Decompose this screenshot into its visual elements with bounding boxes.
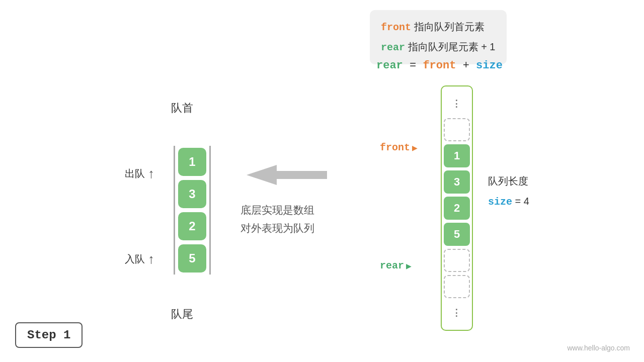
size-line: size = 4 bbox=[488, 191, 529, 212]
front-pointer-label: front ▶ bbox=[380, 142, 418, 153]
array-cell-val-5: 5 bbox=[444, 223, 470, 246]
legend-front-keyword: front bbox=[381, 22, 411, 33]
front-arrow: ▶ bbox=[412, 142, 418, 153]
enqueue-arrow: ↑ bbox=[148, 251, 154, 267]
middle-text-line2: 对外表现为队列 bbox=[240, 219, 314, 237]
array-cell-empty-rear bbox=[444, 249, 470, 272]
legend-rear-keyword: rear bbox=[381, 42, 405, 53]
front-keyword: front bbox=[380, 142, 410, 153]
array-cell-val-3: 3 bbox=[444, 170, 470, 194]
array-cell-empty-bottom bbox=[444, 275, 470, 298]
right-info: 队列长度 size = 4 bbox=[488, 171, 529, 212]
formula-plus: + bbox=[463, 59, 476, 72]
queue-cell-2: 3 bbox=[178, 180, 206, 208]
right-array: ⋮ 1 3 2 5 ⋮ bbox=[441, 85, 473, 331]
left-queue: 1 3 2 5 bbox=[174, 146, 211, 275]
array-cell-dots-top: ⋮ bbox=[444, 92, 470, 115]
dequeue-text: 出队 bbox=[125, 167, 145, 180]
dequeue-arrow: ↑ bbox=[148, 166, 154, 182]
formula-equals: = bbox=[410, 59, 423, 72]
formula-front: front bbox=[423, 59, 456, 72]
enqueue-label: 入队 ↑ bbox=[125, 251, 154, 267]
queue-top-label: 队首 bbox=[171, 101, 193, 116]
queue-bottom-label: 队尾 bbox=[171, 307, 193, 322]
size-keyword: size bbox=[488, 196, 512, 208]
legend-rear-line: rear 指向队列尾元素 + 1 bbox=[381, 37, 496, 57]
rear-pointer-label: rear ▶ bbox=[380, 260, 412, 272]
formula: rear = front + size bbox=[376, 59, 503, 72]
rear-keyword: rear bbox=[380, 260, 404, 272]
size-value: = 4 bbox=[515, 196, 529, 207]
queue-cell-4: 5 bbox=[178, 244, 206, 273]
array-cell-empty-top bbox=[444, 118, 470, 141]
queue-cell-3: 2 bbox=[178, 212, 206, 240]
formula-rear: rear bbox=[376, 59, 403, 72]
queue-cell-1: 1 bbox=[178, 148, 206, 176]
array-cell-dots-bottom: ⋮ bbox=[444, 301, 470, 324]
rear-arrow: ▶ bbox=[406, 260, 412, 272]
legend-box: front 指向队列首元素 rear 指向队列尾元素 + 1 bbox=[370, 10, 507, 64]
enqueue-text: 入队 bbox=[125, 252, 145, 266]
legend-rear-desc: 指向队列尾元素 + 1 bbox=[408, 41, 496, 52]
svg-marker-0 bbox=[247, 165, 327, 185]
formula-size: size bbox=[476, 59, 503, 72]
array-cell-val-2: 2 bbox=[444, 197, 470, 220]
array-cell-val-1: 1 bbox=[444, 144, 470, 167]
dequeue-label: 出队 ↑ bbox=[125, 166, 154, 182]
step-badge: Step 1 bbox=[15, 322, 83, 348]
legend-front-desc: 指向队列首元素 bbox=[414, 21, 485, 32]
watermark: www.hello-algo.com bbox=[568, 344, 630, 352]
big-left-arrow bbox=[247, 160, 332, 190]
middle-text-line1: 底层实现是数组 bbox=[240, 201, 314, 219]
middle-text: 底层实现是数组 对外表现为队列 bbox=[240, 201, 314, 237]
legend-front-line: front 指向队列首元素 bbox=[381, 17, 496, 37]
queue-length-label: 队列长度 bbox=[488, 171, 529, 191]
